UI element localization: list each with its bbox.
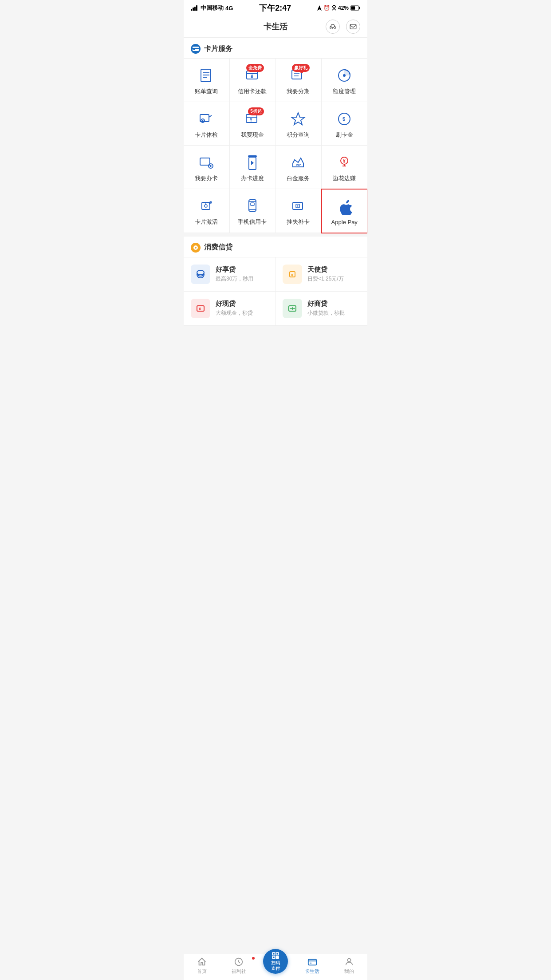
svg-point-56 — [197, 270, 204, 275]
activate-icon — [197, 197, 215, 215]
cash-badge: 5折起 — [248, 107, 264, 115]
location-icon — [317, 5, 322, 11]
quota-label: 额度管理 — [333, 88, 356, 95]
haoxian-desc: 大额现金，秒贷 — [216, 309, 268, 317]
haoxian-info: 好现贷 大额现金，秒贷 — [216, 300, 268, 317]
consumer-loans-section: 消费信贷 好享贷 最高30万，秒用 — [184, 237, 367, 326]
lost-label: 挂失补卡 — [287, 218, 310, 226]
loan-item-haoshang[interactable]: 好商贷 小微贷款，秒批 — [276, 292, 367, 326]
mobile-icon — [244, 197, 261, 215]
svg-text:¥: ¥ — [291, 273, 293, 277]
haoshang-desc: 小微贷款，秒批 — [307, 309, 360, 317]
installment-label: 我要分期 — [287, 88, 310, 95]
grid-item-cash[interactable]: 5折起 ¥ 我要现金 — [230, 102, 276, 146]
svg-rect-0 — [191, 9, 192, 11]
grid-item-health[interactable]: 卡片体检 — [184, 102, 230, 146]
grid-item-apply[interactable]: 我要办卡 — [184, 146, 230, 189]
card-services-section: 卡片服务 账单查询 全免费 — [184, 38, 367, 233]
carrier-label: 中国移动 — [201, 4, 224, 12]
loan-item-tianshi[interactable]: ¥ 天使贷 日费<1.25元/万 — [276, 257, 367, 292]
points-label: 积分查询 — [287, 131, 310, 139]
svg-marker-4 — [317, 5, 322, 11]
grid-item-lost[interactable]: 挂失补卡 — [276, 189, 322, 233]
loan-item-haoxiang[interactable]: 好享贷 最高30万，秒用 — [184, 257, 276, 292]
vip-icon: VIP — [289, 154, 307, 171]
grid-item-progress[interactable]: 办卡进度 — [230, 146, 276, 189]
tianshi-icon: ¥ — [283, 265, 302, 284]
haoshang-info: 好商贷 小微贷款，秒批 — [307, 300, 360, 317]
svg-point-53 — [297, 205, 299, 207]
svg-text:$: $ — [342, 116, 345, 122]
svg-rect-2 — [194, 7, 196, 11]
tianshi-info: 天使贷 日费<1.25元/万 — [307, 265, 360, 283]
activate-label: 卡片激活 — [195, 218, 218, 226]
apply-label: 我要办卡 — [195, 175, 218, 182]
signal-icon — [191, 5, 199, 11]
svg-text:¥: ¥ — [199, 307, 201, 311]
points-icon — [289, 110, 307, 128]
consumer-loans-label: 消费信贷 — [204, 243, 232, 252]
svg-rect-50 — [251, 203, 254, 205]
cash-label: 我要现金 — [241, 131, 264, 139]
applepay-label: Apple Pay — [331, 219, 358, 226]
health-label: 卡片体检 — [195, 131, 218, 139]
svg-rect-1 — [193, 8, 194, 11]
loan-grid: 好享贷 最高30万，秒用 ¥ 天使贷 日费<1.25元/万 — [184, 257, 367, 326]
repay-label: 信用卡还款 — [238, 88, 267, 95]
bill-icon — [197, 67, 215, 84]
grid-item-earn[interactable]: ¥ 边花边赚 — [322, 146, 368, 189]
svg-rect-12 — [193, 49, 195, 50]
loan-item-haoxian[interactable]: ¥ 好现贷 大额现金，秒贷 — [184, 292, 276, 326]
haoxiang-name: 好享贷 — [216, 265, 268, 274]
header-actions — [326, 20, 360, 34]
svg-rect-7 — [351, 6, 355, 10]
svg-point-25 — [343, 74, 346, 77]
status-left: 中国移动 4G — [191, 4, 233, 12]
haoxiang-desc: 最高30万，秒用 — [216, 275, 268, 283]
svg-text:¥: ¥ — [343, 159, 346, 164]
haoxian-name: 好现贷 — [216, 300, 268, 308]
cash-icon: 5折起 ¥ — [244, 110, 261, 128]
card-services-header: 卡片服务 — [184, 38, 367, 58]
card-services-label: 卡片服务 — [204, 44, 232, 54]
customer-service-button[interactable] — [326, 20, 340, 34]
consumer-loans-icon — [191, 243, 201, 253]
grid-item-activate[interactable]: 卡片激活 — [184, 189, 230, 233]
health-icon — [197, 110, 215, 128]
grid-item-applepay[interactable]: Apple Pay — [321, 189, 368, 233]
grid-item-repay[interactable]: 全免费 ¥ 信用卡还款 — [230, 59, 276, 102]
svg-point-45 — [205, 205, 207, 207]
svg-point-28 — [202, 120, 204, 121]
svg-point-55 — [195, 247, 197, 249]
swipe-label: 刷卡金 — [336, 131, 353, 139]
svg-text:¥: ¥ — [250, 118, 252, 122]
battery-label: 42% — [338, 5, 349, 11]
svg-rect-6 — [359, 7, 360, 9]
vip-label: 白金服务 — [287, 175, 310, 182]
grid-item-swipe[interactable]: $ 刷卡金 — [322, 102, 368, 146]
mobile-label: 手机信用卡 — [238, 218, 267, 226]
haoxian-icon: ¥ — [191, 299, 210, 318]
grid-item-mobile[interactable]: 手机信用卡 — [230, 189, 276, 233]
svg-rect-9 — [350, 24, 356, 29]
message-button[interactable] — [346, 20, 360, 34]
svg-text:VIP: VIP — [296, 163, 301, 166]
grid-item-vip[interactable]: VIP 白金服务 — [276, 146, 322, 189]
grid-item-points[interactable]: 积分查询 — [276, 102, 322, 146]
svg-marker-33 — [291, 113, 305, 125]
page-title: 卡生活 — [264, 21, 287, 32]
header: 卡生活 — [184, 16, 367, 38]
grid-item-bill[interactable]: 账单查询 — [184, 59, 230, 102]
network-label: 4G — [225, 5, 233, 12]
bluetooth-icon — [332, 5, 336, 11]
battery-icon — [350, 5, 360, 11]
repay-badge: 全免费 — [246, 64, 264, 72]
haoxiang-info: 好享贷 最高30万，秒用 — [216, 265, 268, 283]
haoshang-name: 好商贷 — [307, 300, 360, 308]
grid-item-quota[interactable]: 额度管理 — [322, 59, 368, 102]
earn-label: 边花边赚 — [333, 175, 356, 182]
haoxiang-icon — [191, 265, 210, 284]
quota-icon — [335, 67, 353, 84]
svg-rect-36 — [200, 158, 210, 165]
grid-item-installment[interactable]: 赢好礼 我要分期 — [276, 59, 322, 102]
